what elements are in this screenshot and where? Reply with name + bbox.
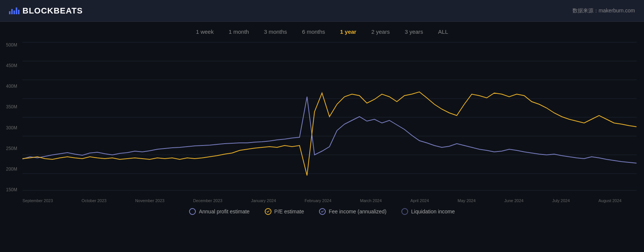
x-label-oct2023: October 2023 [82,198,107,203]
legend-circle-purple [189,208,196,215]
filter-3years[interactable]: 3 years [403,28,425,36]
x-label-apr2024: April 2024 [410,198,429,203]
chart-svg [0,39,644,196]
logo-icon [9,8,19,14]
gold-line [22,92,637,176]
filter-1year[interactable]: 1 year [338,28,358,36]
x-label-nov2023: November 2023 [135,198,164,203]
filter-3months[interactable]: 3 months [262,28,289,36]
header: BLOCKBEATS 数据来源：makerburn.com [0,0,644,22]
time-filter-bar: 1 week 1 month 3 months 6 months 1 year … [0,22,644,39]
legend-annual-profit: Annual profit estimate [189,208,249,215]
filter-all[interactable]: ALL [437,28,450,36]
legend-fee-income: Fee income (annualized) [319,208,386,215]
x-label-jan2024: January 2024 [251,198,276,203]
chart-area: 500M 450M 400M 350M 300M 250M 200M 150M [0,39,644,196]
filter-6months[interactable]: 6 months [301,28,327,36]
legend: Annual profit estimate P/E estimate Fee … [0,203,644,219]
legend-label-liquidation: Liquidation income [411,208,455,214]
x-label-feb2024: February 2024 [305,198,332,203]
filter-1week[interactable]: 1 week [194,28,215,36]
x-label-may2024: May 2024 [458,198,476,203]
legend-label-annual-profit: Annual profit estimate [199,208,249,214]
legend-circle-liquidation [401,208,408,215]
logo-text: BLOCKBEATS [22,6,83,16]
source-attribution: 数据来源：makerburn.com [572,8,635,14]
x-label-aug2024: August 2024 [598,198,622,203]
filter-1month[interactable]: 1 month [227,28,250,36]
legend-check-gold [265,208,271,215]
chart-container: 1 week 1 month 3 months 6 months 1 year … [0,22,644,252]
x-label-sep2023: September 2023 [22,198,53,203]
x-label-jun2024: June 2024 [504,198,523,203]
legend-liquidation: Liquidation income [401,208,455,215]
filter-2years[interactable]: 2 years [370,28,391,36]
legend-label-fee-income: Fee income (annualized) [329,208,386,214]
logo: BLOCKBEATS [9,6,83,16]
legend-label-pe: P/E estimate [274,208,304,214]
x-axis: September 2023 October 2023 November 202… [0,196,644,203]
legend-pe-estimate: P/E estimate [265,208,304,215]
x-label-dec2023: December 2023 [193,198,222,203]
x-label-mar2024: March 2024 [360,198,382,203]
x-label-jul2024: July 2024 [552,198,570,203]
legend-check-purple [319,208,326,215]
